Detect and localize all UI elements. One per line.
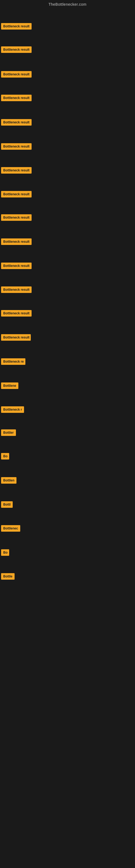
- bottleneck-row-10: Bottleneck result: [1, 239, 32, 246]
- bottleneck-row-8: Bottleneck result: [1, 191, 32, 198]
- bottleneck-badge[interactable]: Bottle: [1, 573, 14, 580]
- bottleneck-badge[interactable]: Bottlenec: [1, 525, 20, 532]
- bottleneck-row-18: Bottler: [1, 429, 16, 437]
- bottleneck-badge[interactable]: Bo: [1, 549, 9, 556]
- bottleneck-badge[interactable]: Bottleneck result: [1, 95, 32, 101]
- bottleneck-row-1: Bottleneck result: [1, 23, 32, 31]
- bottleneck-row-5: Bottleneck result: [1, 119, 32, 127]
- bottleneck-row-22: Bottlenec: [1, 525, 20, 533]
- site-title-container: TheBottlenecker.com: [0, 0, 135, 8]
- bottleneck-badge[interactable]: Bottleneck result: [1, 119, 32, 126]
- bottleneck-badge[interactable]: Bottleneck result: [1, 167, 32, 174]
- bottleneck-row-3: Bottleneck result: [1, 71, 32, 79]
- bottleneck-row-11: Bottleneck result: [1, 262, 32, 270]
- bottleneck-badge[interactable]: Bo: [1, 453, 9, 460]
- bottleneck-badge[interactable]: Bottleneck result: [1, 23, 32, 30]
- site-title: TheBottlenecker.com: [0, 0, 135, 8]
- bottleneck-row-13: Bottleneck result: [1, 310, 32, 318]
- bottleneck-row-19: Bo: [1, 453, 9, 461]
- bottleneck-badge[interactable]: Bottleneck result: [1, 46, 32, 53]
- bottleneck-badge[interactable]: Bottleneck result: [1, 262, 32, 269]
- bottleneck-badge[interactable]: Bottleneck r: [1, 406, 24, 413]
- bottleneck-badge[interactable]: Bottleneck result: [1, 143, 32, 150]
- bottleneck-row-12: Bottleneck result: [1, 286, 32, 294]
- bottleneck-badge[interactable]: Bottlene: [1, 382, 18, 389]
- bottleneck-row-9: Bottleneck result: [1, 214, 32, 222]
- bottleneck-row-21: Bottl: [1, 501, 13, 509]
- bottleneck-badge[interactable]: Bottler: [1, 429, 16, 436]
- bottleneck-badge[interactable]: Bottleneck result: [1, 334, 31, 341]
- bottleneck-row-24: Bottle: [1, 573, 14, 581]
- bottleneck-row-2: Bottleneck result: [1, 46, 32, 54]
- bottleneck-badge[interactable]: Bottleneck result: [1, 286, 32, 293]
- bottleneck-row-4: Bottleneck result: [1, 95, 32, 102]
- bottleneck-row-17: Bottleneck r: [1, 406, 24, 414]
- bottleneck-badge[interactable]: Bottleneck result: [1, 71, 32, 78]
- bottleneck-row-6: Bottleneck result: [1, 143, 32, 151]
- bottleneck-row-20: Bottlen: [1, 477, 16, 485]
- bottleneck-badge[interactable]: Bottleneck result: [1, 214, 32, 221]
- bottleneck-row-23: Bo: [1, 549, 9, 557]
- bottleneck-badge[interactable]: Bottl: [1, 501, 13, 508]
- bottleneck-row-7: Bottleneck result: [1, 167, 32, 175]
- bottleneck-row-14: Bottleneck result: [1, 334, 31, 342]
- bottleneck-badge[interactable]: Bottlen: [1, 477, 16, 484]
- bottleneck-badge[interactable]: Bottleneck result: [1, 310, 32, 316]
- bottleneck-badge[interactable]: Bottleneck result: [1, 191, 32, 197]
- bottleneck-row-15: Bottleneck re: [1, 358, 26, 366]
- bottleneck-badge[interactable]: Bottleneck result: [1, 239, 32, 245]
- items-container: Bottleneck resultBottleneck resultBottle…: [0, 8, 135, 868]
- bottleneck-row-16: Bottlene: [1, 382, 18, 390]
- bottleneck-badge[interactable]: Bottleneck re: [1, 358, 26, 365]
